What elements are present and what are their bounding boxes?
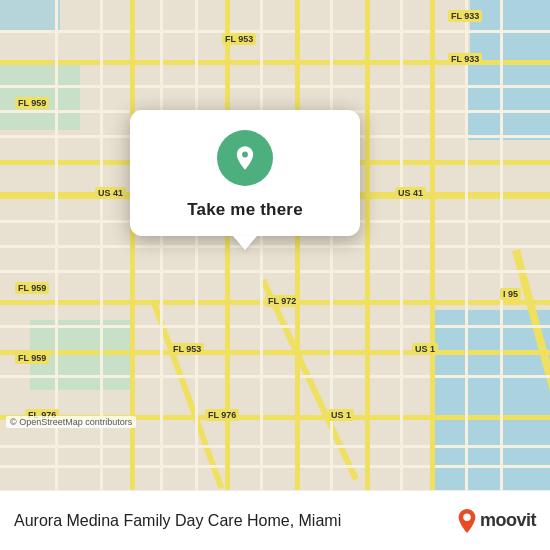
osm-attribution: © OpenStreetMap contributors bbox=[6, 416, 136, 428]
road-v-11 bbox=[400, 0, 403, 490]
svg-point-1 bbox=[463, 513, 470, 520]
label-fl959-3: FL 959 bbox=[15, 352, 49, 364]
road-v-7 bbox=[260, 0, 263, 490]
location-icon-circle bbox=[217, 130, 273, 186]
road-v-8 bbox=[295, 0, 300, 490]
svg-point-0 bbox=[242, 152, 248, 158]
label-fl976-mid: FL 976 bbox=[205, 409, 239, 421]
moovit-pin-icon bbox=[456, 508, 478, 534]
road-v-13 bbox=[465, 0, 468, 490]
label-us41-right: US 41 bbox=[395, 187, 426, 199]
road-v-4 bbox=[160, 0, 163, 490]
label-fl972: FL 972 bbox=[265, 295, 299, 307]
place-name: Aurora Medina Family Day Care Home, Miam… bbox=[14, 512, 456, 530]
diagonal-road-2 bbox=[260, 279, 358, 481]
label-i95: I 95 bbox=[500, 288, 521, 300]
moovit-logo: moovit bbox=[456, 508, 536, 534]
road-v-14 bbox=[500, 0, 503, 490]
road-v-10 bbox=[365, 0, 370, 490]
water-mid-right bbox=[465, 60, 550, 140]
location-pin-icon bbox=[231, 144, 259, 172]
label-fl953-bot: FL 953 bbox=[170, 343, 204, 355]
label-fl959-1: FL 959 bbox=[15, 97, 49, 109]
water-canal bbox=[0, 0, 60, 30]
label-us41-left: US 41 bbox=[95, 187, 126, 199]
road-v-12 bbox=[430, 0, 435, 490]
label-fl959-2: FL 959 bbox=[15, 282, 49, 294]
label-fl933-1: FL 933 bbox=[448, 10, 482, 22]
moovit-text: moovit bbox=[480, 510, 536, 531]
label-fl933-2: FL 933 bbox=[448, 53, 482, 65]
road-v-5 bbox=[195, 0, 198, 490]
label-us1-bot: US 1 bbox=[328, 409, 354, 421]
label-fl953-top: FL 953 bbox=[222, 33, 256, 45]
map: FL 953 FL 933 FL 933 FL 959 US 41 US 41 … bbox=[0, 0, 550, 490]
take-me-there-button[interactable]: Take me there bbox=[187, 200, 303, 220]
water-biscayne bbox=[430, 310, 550, 490]
label-us1-right: US 1 bbox=[412, 343, 438, 355]
bottom-bar: Aurora Medina Family Day Care Home, Miam… bbox=[0, 490, 550, 550]
popup-card: Take me there bbox=[130, 110, 360, 236]
green-park-left bbox=[0, 60, 80, 130]
